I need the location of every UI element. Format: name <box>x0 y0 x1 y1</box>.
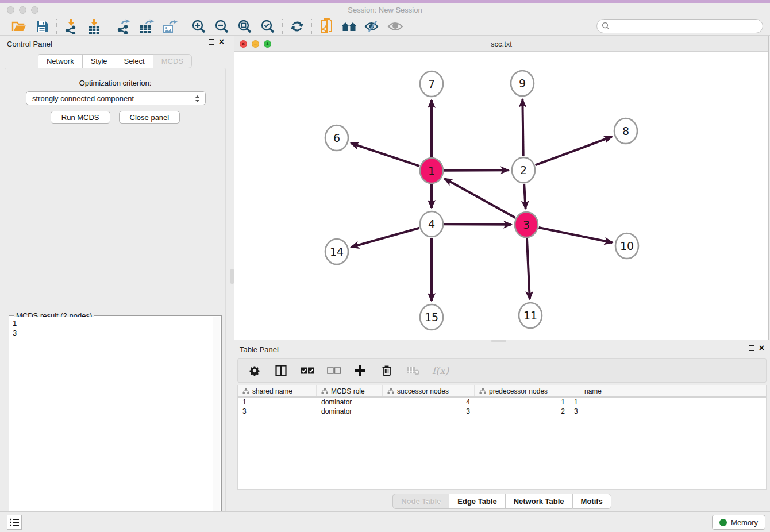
import-table-icon[interactable] <box>86 18 103 34</box>
table-cell-predecessor[interactable]: 1 <box>475 398 569 407</box>
tree-icon <box>479 388 486 394</box>
graph-edge-2-9[interactable] <box>522 99 523 156</box>
graph-edge-4-14[interactable] <box>351 228 419 247</box>
tab-network[interactable]: Network <box>38 54 82 68</box>
task-history-button[interactable] <box>7 515 22 530</box>
tab-node-table[interactable]: Node Table <box>392 494 449 509</box>
panel-splitter-handle[interactable] <box>230 269 234 284</box>
search-container <box>596 19 763 33</box>
graph-edge-1-2[interactable] <box>444 170 509 171</box>
column-header-shared-name[interactable]: shared name <box>238 385 317 396</box>
network-canvas[interactable]: 7968124314101511 <box>234 52 768 340</box>
mcds-result-text[interactable]: 1 3 <box>10 317 212 532</box>
criterion-select[interactable]: strongly connected component <box>26 91 206 105</box>
table-panel: Table Panel × f(x) <box>234 342 770 511</box>
export-image-icon[interactable] <box>161 18 178 34</box>
table-cell-predecessor[interactable]: 2 <box>475 407 569 416</box>
titlebar: Session: New Session <box>0 3 770 17</box>
control-panel-tabs: Network Style Select MCDS <box>0 54 230 68</box>
table-cell-shared_name[interactable]: 1 <box>238 398 317 407</box>
delete-column-icon[interactable] <box>379 363 394 378</box>
zoom-out-icon[interactable] <box>213 18 230 34</box>
graph-edge-1-6[interactable] <box>351 143 420 166</box>
save-session-icon[interactable] <box>33 18 51 34</box>
tab-mcds[interactable]: MCDS <box>153 54 192 68</box>
window-title: Session: New Session <box>0 6 770 14</box>
graph-node-label-14: 14 <box>330 245 344 258</box>
first-neighbors-icon[interactable] <box>341 18 358 34</box>
table-cell-name[interactable]: 3 <box>569 407 617 416</box>
table-cell-shared_name[interactable]: 3 <box>238 407 317 416</box>
hide-selected-icon[interactable] <box>364 18 381 34</box>
graph-edge-3-1[interactable] <box>445 179 515 218</box>
delete-table-icon[interactable] <box>406 363 421 378</box>
graph-node-label-15: 15 <box>425 311 438 323</box>
run-mcds-button[interactable]: Run MCDS <box>51 111 110 124</box>
zoom-selected-icon[interactable] <box>259 18 276 34</box>
table-row[interactable]: 3dominator323 <box>238 407 766 416</box>
table-row[interactable]: 1dominator411 <box>238 398 766 407</box>
open-session-icon[interactable] <box>10 18 28 34</box>
import-network-icon[interactable] <box>63 18 80 34</box>
graph-edge-3-11[interactable] <box>527 238 530 299</box>
graph-node-label-3: 3 <box>523 218 530 231</box>
column-header-mcds-role[interactable]: MCDS role <box>317 385 383 396</box>
zoom-in-icon[interactable] <box>190 18 207 34</box>
close-panel-button[interactable]: Close panel <box>119 111 180 124</box>
column-header-successor-nodes[interactable]: successor nodes <box>383 385 475 396</box>
list-icon <box>10 518 19 526</box>
graph-node-label-10: 10 <box>620 240 634 252</box>
search-input[interactable] <box>596 19 763 33</box>
column-header-predecessor-nodes[interactable]: predecessor nodes <box>475 385 569 396</box>
table-cell-successor[interactable]: 4 <box>383 398 475 407</box>
gear-icon[interactable] <box>247 363 262 378</box>
graph-edge-2-3[interactable] <box>524 184 525 209</box>
export-table-icon[interactable] <box>138 18 155 34</box>
float-table-panel-icon[interactable] <box>749 345 754 351</box>
function-builder-icon[interactable]: f(x) <box>432 365 449 376</box>
tab-select[interactable]: Select <box>116 54 153 68</box>
table-cell-mcds_role[interactable]: dominator <box>317 398 383 407</box>
network-window-titlebar[interactable]: × − + scc.txt <box>234 36 768 52</box>
tree-icon <box>321 388 328 394</box>
column-header-name[interactable]: name <box>569 385 617 396</box>
memory-button[interactable]: Memory <box>712 515 765 530</box>
close-panel-icon[interactable]: × <box>219 39 224 45</box>
mcds-result-group: MCDS result (2 nodes) 1 3 <box>9 315 222 532</box>
graph-node-label-1: 1 <box>428 164 435 177</box>
mcds-panel-content: Optimization criterion: strongly connect… <box>5 68 226 532</box>
tab-motifs[interactable]: Motifs <box>572 494 611 509</box>
status-bar: Memory <box>0 511 770 532</box>
new-network-from-selection-icon[interactable] <box>318 18 335 34</box>
node-table: shared name MCDS role successor nodes pr… <box>237 385 767 490</box>
mcds-result-scrollbar[interactable] <box>213 317 220 532</box>
table-cell-name[interactable]: 1 <box>569 398 617 407</box>
graph-edge-2-8[interactable] <box>536 137 612 165</box>
graph-node-label-2: 2 <box>520 164 527 176</box>
tree-icon <box>242 388 249 394</box>
tab-network-table[interactable]: Network Table <box>505 494 572 509</box>
close-table-panel-icon[interactable]: × <box>759 345 764 351</box>
graph-node-label-8: 8 <box>622 125 629 137</box>
graph-edge-3-10[interactable] <box>539 228 613 242</box>
network-window-title: scc.txt <box>234 40 768 48</box>
zoom-fit-icon[interactable] <box>236 18 253 34</box>
graph-edge-4-3[interactable] <box>444 224 511 225</box>
apply-layout-icon[interactable] <box>288 18 306 34</box>
show-all-icon[interactable] <box>387 18 404 34</box>
float-panel-icon[interactable] <box>209 39 214 45</box>
tab-style[interactable]: Style <box>82 54 116 68</box>
table-cell-successor[interactable]: 3 <box>383 407 475 416</box>
graph-node-label-6: 6 <box>333 132 340 144</box>
table-cell-mcds_role[interactable]: dominator <box>317 407 383 416</box>
add-column-icon[interactable] <box>353 363 368 378</box>
deselect-all-checkboxes-icon[interactable] <box>326 363 341 378</box>
export-network-icon[interactable] <box>115 18 132 34</box>
chevron-up-down-icon <box>194 94 201 106</box>
table-panel-tabs: Node Table Edge Table Network Table Moti… <box>234 494 770 509</box>
graph-node-label-7: 7 <box>428 78 435 90</box>
criterion-value: strongly connected component <box>32 94 134 103</box>
tab-edge-table[interactable]: Edge Table <box>449 494 505 509</box>
column-layout-icon[interactable] <box>274 363 288 378</box>
select-all-checkboxes-icon[interactable] <box>300 363 315 378</box>
